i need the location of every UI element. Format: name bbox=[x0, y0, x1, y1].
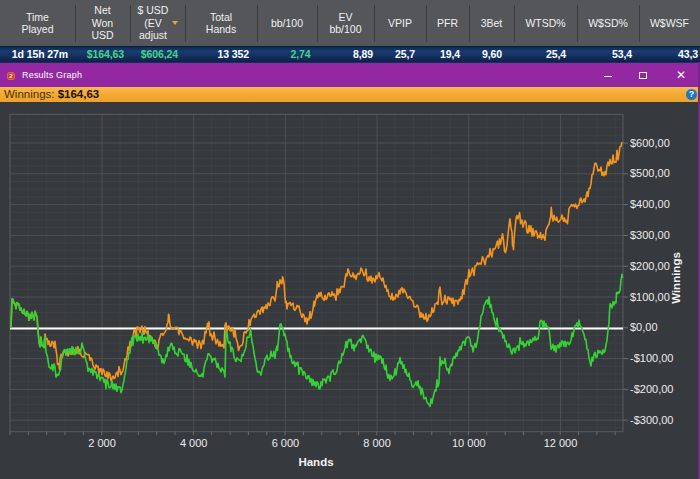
svg-text:$0,00: $0,00 bbox=[630, 321, 658, 333]
svg-text:4 000: 4 000 bbox=[180, 437, 208, 449]
svg-text:$600,00: $600,00 bbox=[630, 137, 670, 149]
svg-text:$100,00: $100,00 bbox=[630, 291, 670, 303]
svg-text:10 000: 10 000 bbox=[452, 437, 486, 449]
svg-text:6 000: 6 000 bbox=[272, 437, 300, 449]
svg-text:Winnings: Winnings bbox=[670, 252, 682, 304]
svg-text:2: 2 bbox=[9, 72, 13, 79]
svg-text:-$200,00: -$200,00 bbox=[630, 383, 673, 395]
svg-text:$400,00: $400,00 bbox=[630, 198, 670, 210]
svg-text:2 000: 2 000 bbox=[88, 437, 116, 449]
svg-text:12 000: 12 000 bbox=[544, 437, 578, 449]
svg-text:$300,00: $300,00 bbox=[630, 229, 670, 241]
svg-text:$200,00: $200,00 bbox=[630, 260, 670, 272]
svg-text:Hands: Hands bbox=[298, 456, 333, 468]
svg-text:-$300,00: -$300,00 bbox=[630, 414, 673, 426]
svg-text:8 000: 8 000 bbox=[363, 437, 391, 449]
svg-text:$500,00: $500,00 bbox=[630, 167, 670, 179]
svg-text:-$100,00: -$100,00 bbox=[630, 352, 673, 364]
